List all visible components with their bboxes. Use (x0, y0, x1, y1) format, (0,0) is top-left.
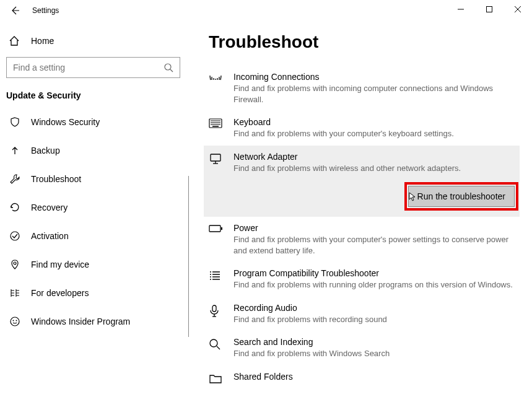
svg-rect-20 (221, 227, 222, 230)
minimize-button[interactable] (447, 0, 475, 19)
troubleshoot-desc: Find and fix problems with running older… (233, 279, 515, 291)
search-input[interactable] (13, 63, 164, 72)
keyboard-icon (209, 117, 233, 139)
troubleshoot-item-shared-folders[interactable]: Shared Folders (209, 365, 515, 390)
sidebar-item-label: Backup (31, 146, 60, 155)
battery-icon (209, 223, 233, 256)
troubleshoot-title: Keyboard (233, 117, 515, 127)
minimize-icon (457, 6, 464, 13)
troubleshoot-desc: Find and fix problems with recording sou… (233, 314, 515, 325)
troubleshoot-item-recording-audio[interactable]: Recording Audio Find and fix problems wi… (209, 297, 515, 331)
sidebar-item-label: Find my device (31, 260, 89, 269)
svg-point-6 (11, 232, 19, 240)
svg-rect-19 (209, 225, 220, 232)
home-icon (9, 35, 21, 46)
svg-rect-16 (211, 154, 220, 161)
svg-line-33 (217, 346, 220, 349)
troubleshoot-item-power[interactable]: Power Find and fix problems with your co… (209, 217, 515, 262)
svg-point-7 (14, 262, 16, 264)
list-icon (209, 268, 233, 291)
sidebar-item-windows-insider[interactable]: Windows Insider Program (4, 307, 185, 336)
sidebar-item-label: Activation (31, 231, 69, 241)
troubleshoot-item-keyboard[interactable]: Keyboard Find and fix problems with your… (209, 111, 515, 146)
troubleshoot-title: Network Adapter (233, 152, 515, 162)
search-icon (164, 63, 173, 72)
backup-icon (9, 145, 21, 156)
incoming-connections-icon (209, 72, 233, 105)
section-label: Update & Security (4, 87, 185, 108)
troubleshoot-desc: Find and fix problems with wireless and … (233, 163, 515, 174)
folder-icon (209, 372, 233, 384)
window-title: Settings (32, 6, 59, 15)
svg-point-9 (13, 320, 14, 321)
sidebar-item-label: For developers (31, 288, 89, 298)
troubleshoot-desc: Find and fix problems with incoming comp… (233, 83, 515, 105)
recovery-icon (9, 202, 21, 213)
search-box[interactable] (6, 57, 180, 78)
troubleshoot-desc: Find and fix problems with your computer… (233, 234, 515, 256)
window-controls (447, 0, 532, 19)
svg-point-32 (210, 339, 217, 347)
run-troubleshooter-button[interactable]: Run the troubleshooter (408, 186, 515, 207)
sidebar: Home Update & Security Windows Security … (0, 21, 189, 402)
close-icon (514, 6, 521, 13)
svg-rect-1 (487, 7, 492, 12)
sidebar-item-label: Windows Insider Program (31, 317, 130, 326)
troubleshoot-desc: Find and fix problems with your computer… (233, 128, 515, 139)
troubleshoot-item-search-indexing[interactable]: Search and Indexing Find and fix problem… (209, 331, 515, 365)
titlebar: Settings (0, 0, 532, 21)
home-label: Home (31, 36, 54, 46)
check-circle-icon (9, 230, 21, 242)
wrench-icon (9, 173, 21, 185)
sidebar-item-for-developers[interactable]: For developers (4, 279, 185, 307)
troubleshoot-title: Program Compatibility Troubleshooter (233, 268, 515, 278)
troubleshoot-title: Recording Audio (233, 303, 515, 313)
troubleshoot-item-program-compatibility[interactable]: Program Compatibility Troubleshooter Fin… (209, 262, 515, 297)
sidebar-item-troubleshoot[interactable]: Troubleshoot (4, 165, 185, 193)
maximize-icon (486, 6, 493, 13)
close-button[interactable] (504, 0, 532, 19)
svg-point-4 (165, 64, 171, 70)
svg-rect-29 (212, 305, 216, 312)
content: Troubleshoot Incoming Connections Find a… (189, 21, 532, 402)
sidebar-item-label: Recovery (31, 203, 68, 212)
troubleshoot-item-network-adapter[interactable]: Network Adapter Find and fix problems wi… (204, 146, 520, 217)
network-adapter-icon (209, 152, 233, 208)
sidebar-item-backup[interactable]: Backup (4, 136, 185, 165)
sidebar-item-windows-security[interactable]: Windows Security (4, 108, 185, 136)
svg-line-5 (170, 69, 173, 72)
troubleshoot-item-incoming-connections[interactable]: Incoming Connections Find and fix proble… (209, 66, 515, 111)
sidebar-item-label: Troubleshoot (31, 174, 81, 184)
maximize-button[interactable] (475, 0, 504, 19)
home-button[interactable]: Home (4, 28, 185, 53)
insider-icon (9, 316, 21, 327)
troubleshoot-title: Power (233, 223, 515, 233)
sidebar-item-recovery[interactable]: Recovery (4, 193, 185, 222)
microphone-icon (209, 303, 233, 325)
sidebar-item-find-my-device[interactable]: Find my device (4, 250, 185, 279)
search-icon (209, 337, 233, 359)
shield-icon (9, 116, 21, 128)
svg-point-8 (11, 317, 19, 326)
location-icon (9, 259, 21, 270)
page-title: Troubleshoot (209, 32, 515, 52)
troubleshoot-desc: Find and fix problems with Windows Searc… (233, 348, 515, 359)
sidebar-item-label: Windows Security (31, 117, 100, 127)
troubleshoot-title: Search and Indexing (233, 337, 515, 347)
troubleshoot-title: Shared Folders (233, 372, 515, 382)
developers-icon (9, 287, 21, 299)
sidebar-item-activation[interactable]: Activation (4, 222, 185, 250)
troubleshoot-title: Incoming Connections (233, 72, 515, 82)
back-button[interactable] (5, 1, 25, 20)
arrow-left-icon (10, 6, 20, 15)
svg-point-10 (16, 320, 17, 321)
